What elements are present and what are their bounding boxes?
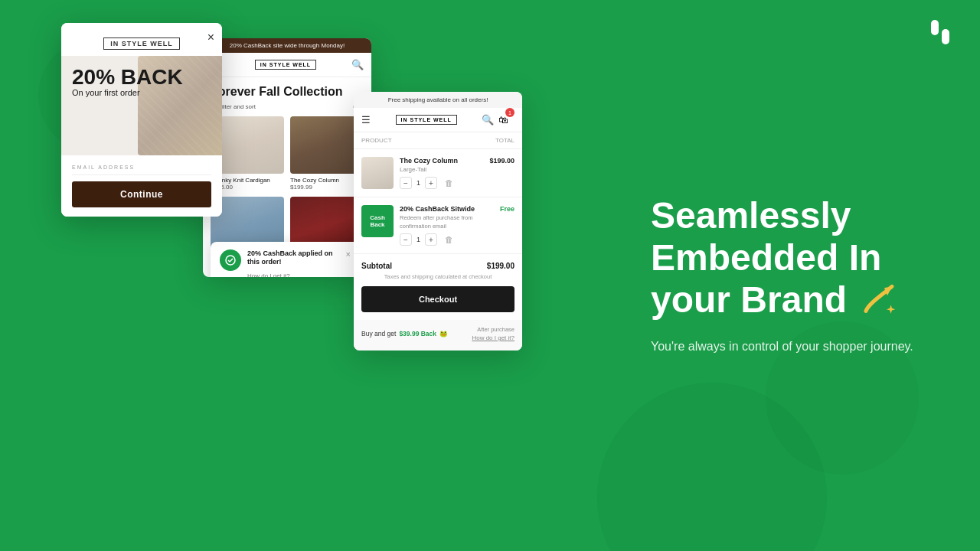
cart-cashback-qty-num: 1	[416, 236, 420, 243]
popup-email-label: EMAIL ADDRESS	[72, 165, 211, 175]
popup-sub-text: On your first order	[72, 88, 183, 97]
cart-hamburger-icon[interactable]: ☰	[361, 114, 371, 126]
cart-cashback-name: 20% CashBack Sitwide	[400, 205, 494, 213]
cart-bag-icon[interactable]: 🛍 1	[498, 114, 514, 126]
cart-item-details-1: The Cozy Column Large-Tall − 1 + 🗑	[400, 157, 483, 189]
right-subtext: You're always in control of your shopper…	[651, 338, 942, 357]
right-content: Seamlessly Embedded In your Brand You're…	[651, 194, 942, 356]
cart-cashback-delete[interactable]: 🗑	[445, 235, 453, 244]
popup-hero-section: 20% BACK On your first order	[61, 56, 222, 155]
brand-logo	[925, 15, 959, 52]
cashback-toast-close-button[interactable]: ×	[346, 249, 351, 259]
cart-item-name-1: The Cozy Column	[400, 157, 483, 165]
cashback-badge-line1: Cash	[370, 214, 385, 221]
cart-col-total: TOTAL	[495, 137, 514, 144]
headline-line2: Embedded In	[651, 238, 881, 279]
cart-after-purchase: After purchase	[477, 326, 514, 333]
cart-col-product: PRODUCT	[361, 137, 392, 144]
popup-hero-text: 20% BACK On your first order	[72, 67, 183, 97]
cart-nav: ☰ IN STYLE WELL 🔍 🛍 1	[354, 108, 522, 132]
cart-buy-earn-text: Buy and get	[361, 330, 396, 337]
store-banner: 20% CashBack site wide through Monday!	[203, 38, 371, 53]
headline-line1: Seamlessly	[651, 195, 851, 236]
cart-tax-note: Taxes and shipping calculated at checkou…	[354, 273, 522, 286]
cart-cashback-decrease[interactable]: −	[400, 233, 412, 246]
popup-discount-text: 20% BACK	[72, 67, 183, 88]
cart-nav-icons: 🔍 🛍 1	[482, 114, 514, 126]
cart-qty-increase-1[interactable]: +	[425, 177, 437, 189]
headline-line3: your Brand	[651, 280, 847, 321]
cart-cashback-increase[interactable]: +	[425, 233, 437, 246]
popup-brand-header: IN STYLE WELL	[61, 23, 222, 56]
cashback-toast-title: 20% CashBack applied on this order!	[247, 249, 340, 267]
right-headline: Seamlessly Embedded In your Brand	[651, 194, 942, 325]
popup-continue-button[interactable]: Continue	[72, 181, 211, 207]
store-nav: ☰ IN STYLE WELL 🔍	[203, 53, 371, 77]
cart-brand-name: IN STYLE WELL	[396, 115, 457, 125]
popup-email-section: EMAIL ADDRESS Continue	[61, 155, 222, 217]
cashback-toast-icon	[220, 249, 241, 271]
cart-shipping-bar: Free shipping available on all orders!	[354, 92, 522, 108]
product-image-2	[290, 116, 364, 174]
sparkle-icon	[860, 280, 897, 325]
store-nav-icons: 🔍	[351, 59, 364, 70]
cart-page: Free shipping available on all orders! ☰…	[354, 92, 522, 350]
popup-modal: × IN STYLE WELL 20% BACK On your first o…	[61, 23, 222, 217]
cart-cashback-details: 20% CashBack Sitwide Redeem after purcha…	[400, 205, 494, 246]
cart-item-variant-1: Large-Tall	[400, 166, 483, 173]
cart-subtotal-label: Subtotal	[361, 262, 392, 270]
cart-item-price-1: $199.00	[489, 157, 514, 189]
cashback-toast-link[interactable]: How do I get it?	[247, 272, 290, 277]
cart-item-qty-1: − 1 + 🗑	[400, 177, 483, 189]
cart-item-delete-1[interactable]: 🗑	[445, 178, 453, 187]
product-name-2: The Cozy Column	[290, 177, 364, 184]
search-icon[interactable]: 🔍	[351, 59, 364, 70]
popup-brand-name: IN STYLE WELL	[103, 37, 180, 50]
cart-item-image-1	[361, 157, 394, 189]
cart-qty-number-1: 1	[416, 179, 420, 187]
cart-cashback-qty: − 1 + 🗑	[400, 233, 494, 246]
cart-cashback-desc: Redeem after purchase from confirmation …	[400, 214, 494, 230]
cart-buy-earn-link[interactable]: How do I get it?	[472, 334, 514, 341]
filter-label: Filter and sort	[218, 103, 256, 110]
store-brand-name: IN STYLE WELL	[255, 60, 316, 70]
cart-buy-earn-amount: $39.99 Back	[399, 330, 436, 337]
cart-buy-earn: Buy and get $39.99 Back 🐸 After purchase…	[354, 320, 522, 350]
cashback-toast-content: 20% CashBack applied on this order! How …	[247, 249, 340, 277]
filter-bar: ⚙ Filter and sort 6 pr	[203, 103, 371, 116]
cart-cashback-item: Cash Back 20% CashBack Sitwide Redeem af…	[354, 197, 522, 254]
cart-cashback-image: Cash Back	[361, 205, 394, 237]
store-page: 20% CashBack site wide through Monday! ☰…	[203, 38, 371, 277]
cart-cashback-price: Free	[500, 205, 514, 246]
cart-buy-earn-left: Buy and get $39.99 Back 🐸	[361, 330, 448, 337]
cart-subtotal: Subtotal $199.00	[354, 254, 522, 273]
cashback-badge-line2: Back	[370, 221, 384, 228]
svg-rect-1	[942, 29, 949, 44]
cart-item-badge: 1	[505, 108, 514, 117]
cart-item-1: The Cozy Column Large-Tall − 1 + 🗑 $199.…	[354, 149, 522, 197]
cart-subtotal-amount: $199.00	[487, 262, 514, 270]
product-price-2: $199.99	[290, 184, 364, 191]
cart-cashback-frog-icon: 🐸	[439, 330, 448, 337]
cart-qty-decrease-1[interactable]: −	[400, 177, 412, 189]
collection-title: Forever Fall Collection	[203, 77, 371, 103]
popup-close-button[interactable]: ×	[207, 31, 214, 44]
cashback-toast: 20% CashBack applied on this order! How …	[211, 242, 360, 277]
product-card-2[interactable]: The Cozy Column $199.99	[290, 116, 364, 191]
svg-rect-0	[931, 20, 939, 35]
cart-search-icon[interactable]: 🔍	[482, 114, 494, 126]
checkout-button[interactable]: Checkout	[361, 286, 514, 312]
cart-table-header: PRODUCT TOTAL	[354, 132, 522, 149]
